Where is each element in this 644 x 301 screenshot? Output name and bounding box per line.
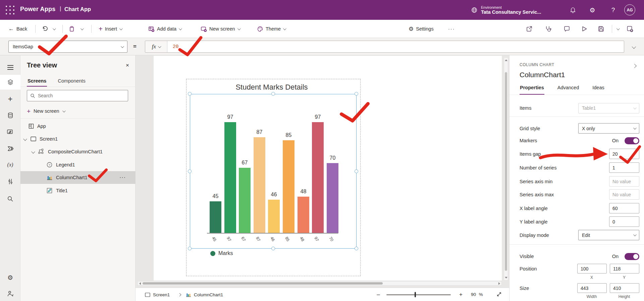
zoom-slider[interactable] <box>386 294 451 295</box>
tab-advanced[interactable]: Advanced <box>557 85 580 95</box>
items-select[interactable]: Table1 <box>578 103 639 113</box>
rail-item-controls[interactable] <box>0 174 20 189</box>
tree-item-title1[interactable]: Title1 <box>20 184 136 197</box>
resize-handle-top-middle[interactable] <box>271 92 275 96</box>
items-gap-input[interactable] <box>609 149 639 159</box>
property-select[interactable]: ItemsGap <box>8 41 127 53</box>
save-dropdown[interactable] <box>616 20 619 38</box>
undo-dropdown[interactable] <box>53 20 55 38</box>
paste-dropdown[interactable] <box>80 20 83 38</box>
rail-item-search[interactable] <box>0 191 20 206</box>
display-mode-select[interactable]: Edit <box>578 230 639 240</box>
rail-item-data[interactable] <box>0 108 20 123</box>
zoom-slider-thumb[interactable] <box>415 292 416 297</box>
tree-search-input[interactable] <box>38 93 125 98</box>
fullscreen-button[interactable] <box>496 292 502 297</box>
add-data-button[interactable]: Add data <box>148 20 181 38</box>
tab-properties[interactable]: Properties <box>520 85 544 95</box>
series-axis-max-input[interactable] <box>609 189 639 200</box>
size-height-input[interactable] <box>610 283 639 293</box>
rail-item-power-automate[interactable] <box>0 141 20 156</box>
resize-handle-top-right[interactable] <box>355 92 358 96</box>
publish-button[interactable] <box>627 20 634 38</box>
help-button[interactable]: ? <box>608 5 619 15</box>
rail-item-app-settings[interactable]: ⚙ <box>0 270 20 285</box>
scroll-left-icon[interactable] <box>139 282 141 285</box>
undo-button[interactable] <box>42 20 48 38</box>
zoom-percentage[interactable]: 90 % <box>471 292 483 297</box>
close-icon[interactable]: × <box>123 61 132 70</box>
resize-handle-middle-left[interactable] <box>188 169 192 173</box>
chevron-down-icon[interactable] <box>31 150 35 153</box>
rail-item-tree-view[interactable] <box>0 75 20 90</box>
resize-handle-bottom-middle[interactable] <box>271 247 275 250</box>
grid-style-select[interactable]: X only <box>578 123 639 134</box>
save-button[interactable] <box>598 20 604 38</box>
app-checker-button[interactable] <box>545 20 551 38</box>
canvas-vertical-scrollbar[interactable] <box>504 57 508 281</box>
resize-handle-bottom-left[interactable] <box>188 247 192 250</box>
hamburger-menu-button[interactable] <box>0 60 20 75</box>
scroll-up-icon[interactable] <box>505 59 507 61</box>
size-width-input[interactable] <box>577 283 607 293</box>
zoom-in-button[interactable]: + <box>457 291 465 299</box>
rail-item-variables[interactable]: (x) <box>0 157 20 172</box>
notifications-button[interactable] <box>568 5 578 15</box>
resize-handle-middle-right[interactable] <box>355 169 358 173</box>
position-y-input[interactable] <box>610 264 639 273</box>
brand-title[interactable]: Power Apps <box>20 6 55 13</box>
tree-item-legend1[interactable]: ? Legend1 <box>20 158 136 171</box>
x-label-angle-input[interactable] <box>609 203 639 213</box>
ellipsis-icon[interactable]: ··· <box>119 174 126 181</box>
share-button[interactable] <box>526 20 533 38</box>
canvas-horizontal-scrollbar[interactable] <box>138 281 502 286</box>
resize-handle-top-left[interactable] <box>188 92 192 96</box>
tab-ideas[interactable]: Ideas <box>592 85 604 95</box>
chevron-down-icon[interactable] <box>23 137 27 141</box>
markers-toggle[interactable] <box>625 137 639 144</box>
number-of-series-input[interactable] <box>609 162 639 173</box>
formula-bar-expand-button[interactable] <box>632 44 635 50</box>
scroll-right-icon[interactable] <box>498 282 500 285</box>
breadcrumb-screen[interactable]: Screen1 <box>145 288 170 301</box>
tab-screens[interactable]: Screens <box>27 75 47 87</box>
comments-button[interactable] <box>564 20 570 38</box>
environment-picker[interactable]: Environment Tata Consultancy Servic... <box>471 3 541 17</box>
new-screen-tree-button[interactable]: + New screen <box>27 106 65 116</box>
vertical-scroll-thumb[interactable] <box>505 72 507 271</box>
tree-item-app[interactable]: App <box>20 120 136 133</box>
paste-button[interactable] <box>69 20 75 38</box>
app-launcher-icon[interactable] <box>5 5 15 15</box>
series-axis-min-input[interactable] <box>609 176 639 187</box>
new-screen-button[interactable]: New screen <box>201 20 240 38</box>
tree-item-screen1[interactable]: Screen1 <box>20 133 136 145</box>
tab-components[interactable]: Components <box>57 75 86 87</box>
insert-button[interactable]: + Insert <box>99 20 122 38</box>
formula-input[interactable]: fx 20 <box>145 41 624 53</box>
back-button[interactable]: ← Back <box>8 20 27 38</box>
position-x-input[interactable] <box>577 264 607 273</box>
fx-dropdown[interactable]: fx <box>145 41 167 52</box>
more-commands-button[interactable]: ··· <box>448 20 455 38</box>
breadcrumb-control[interactable]: ColumnChart1 <box>186 288 223 301</box>
chart-title-control[interactable]: Student Marks Details <box>186 83 357 92</box>
settings-gear-button[interactable]: ⚙ <box>587 5 598 15</box>
settings-button[interactable]: ⚙ Settings <box>409 20 434 38</box>
visible-toggle[interactable] <box>625 253 639 260</box>
chart-legend[interactable]: Marks <box>210 250 233 256</box>
rail-item-advanced-tools[interactable] <box>0 286 20 301</box>
horizontal-scroll-thumb[interactable] <box>143 282 383 285</box>
scroll-down-icon[interactable] <box>505 277 507 279</box>
tree-search-box[interactable] <box>27 90 128 101</box>
panel-collapse-button[interactable] <box>633 63 636 69</box>
avatar[interactable]: AG <box>624 4 635 15</box>
tree-item-compositecolumnchart1[interactable]: CompositeColumnChart1 <box>20 145 136 158</box>
preview-play-button[interactable] <box>581 20 588 38</box>
y-label-angle-input[interactable] <box>609 216 639 227</box>
tree-item-columnchart1[interactable]: ColumnChart1 ··· <box>20 171 136 184</box>
rail-item-media[interactable] <box>0 125 20 140</box>
theme-button[interactable]: Theme <box>257 20 285 38</box>
rail-item-insert[interactable]: + <box>0 92 20 106</box>
zoom-out-button[interactable]: – <box>374 291 382 299</box>
resize-handle-bottom-right[interactable] <box>355 247 358 250</box>
